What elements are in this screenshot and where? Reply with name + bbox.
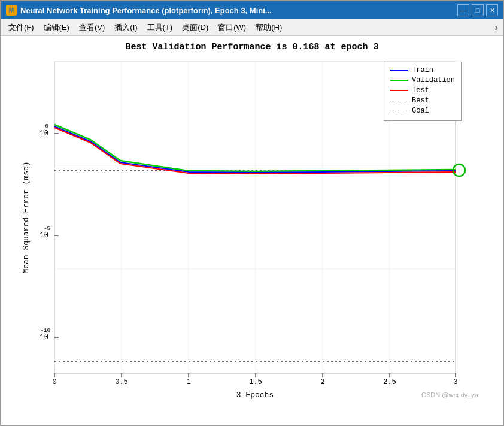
legend-best-label: Best bbox=[412, 96, 429, 105]
legend-validation-label: Validation bbox=[412, 76, 455, 84]
legend-train-label: Train bbox=[412, 66, 433, 74]
menu-arrow: › bbox=[495, 22, 500, 33]
title-bar: M Neural Network Training Performance (p… bbox=[1, 1, 503, 19]
legend-box: Train Validation Test Best Goal bbox=[384, 62, 462, 121]
svg-text:3 Epochs: 3 Epochs bbox=[236, 391, 274, 400]
legend-validation-line bbox=[390, 80, 408, 81]
legend-test: Test bbox=[390, 86, 455, 95]
legend-goal-label: Goal bbox=[412, 107, 429, 115]
legend-test-label: Test bbox=[412, 86, 429, 95]
svg-text:10: 10 bbox=[40, 231, 48, 240]
title-bar-controls: — □ ✕ bbox=[457, 4, 498, 16]
plot-title: Best Validation Performance is 0.168 at … bbox=[125, 42, 378, 52]
menu-desktop[interactable]: 桌面(D) bbox=[177, 21, 213, 34]
minimize-button[interactable]: — bbox=[457, 4, 469, 16]
legend-train: Train bbox=[390, 66, 455, 74]
menu-window[interactable]: 窗口(W) bbox=[213, 21, 251, 34]
legend-train-line bbox=[390, 70, 408, 71]
watermark: CSDN @wendy_ya bbox=[421, 391, 478, 398]
svg-text:2.5: 2.5 bbox=[383, 378, 396, 386]
svg-text:0.5: 0.5 bbox=[115, 378, 128, 386]
menu-insert[interactable]: 插入(I) bbox=[110, 21, 142, 34]
svg-text:2: 2 bbox=[320, 378, 324, 386]
svg-text:Mean Squared Error (mse): Mean Squared Error (mse) bbox=[22, 161, 31, 273]
svg-text:-5: -5 bbox=[44, 226, 50, 232]
svg-text:10: 10 bbox=[40, 333, 48, 342]
legend-test-line bbox=[390, 90, 408, 91]
legend-goal-line bbox=[390, 111, 408, 111]
menu-bar: 文件(F) 编辑(E) 查看(V) 插入(I) 工具(T) 桌面(D) 窗口(W… bbox=[1, 19, 503, 36]
maximize-button[interactable]: □ bbox=[472, 4, 484, 16]
legend-goal: Goal bbox=[390, 107, 455, 115]
legend-best-line bbox=[390, 101, 408, 101]
svg-text:0: 0 bbox=[52, 378, 56, 386]
svg-text:-10: -10 bbox=[41, 328, 50, 334]
svg-text:10: 10 bbox=[40, 129, 48, 138]
legend-best: Best bbox=[390, 96, 455, 105]
plot-area: Best Validation Performance is 0.168 at … bbox=[1, 36, 503, 425]
title-bar-left: M Neural Network Training Performance (p… bbox=[6, 5, 272, 16]
close-button[interactable]: ✕ bbox=[486, 4, 498, 16]
svg-text:1.5: 1.5 bbox=[249, 378, 262, 386]
window-title: Neural Network Training Performance (plo… bbox=[20, 6, 272, 15]
plot-container: 10 0 10 -5 10 -10 0 0.5 1 1.5 2 2.5 3 bbox=[19, 56, 485, 403]
menu-help[interactable]: 帮助(H) bbox=[251, 21, 287, 34]
main-window: M Neural Network Training Performance (p… bbox=[0, 0, 504, 426]
menu-view[interactable]: 查看(V) bbox=[74, 21, 110, 34]
matlab-icon: M bbox=[6, 5, 17, 16]
menu-file[interactable]: 文件(F) bbox=[4, 21, 39, 34]
menu-tools[interactable]: 工具(T) bbox=[142, 21, 178, 34]
svg-text:1: 1 bbox=[186, 378, 190, 386]
svg-text:0: 0 bbox=[45, 123, 48, 129]
legend-validation: Validation bbox=[390, 76, 455, 84]
svg-text:3: 3 bbox=[453, 378, 457, 386]
menu-edit[interactable]: 编辑(E) bbox=[39, 21, 74, 34]
